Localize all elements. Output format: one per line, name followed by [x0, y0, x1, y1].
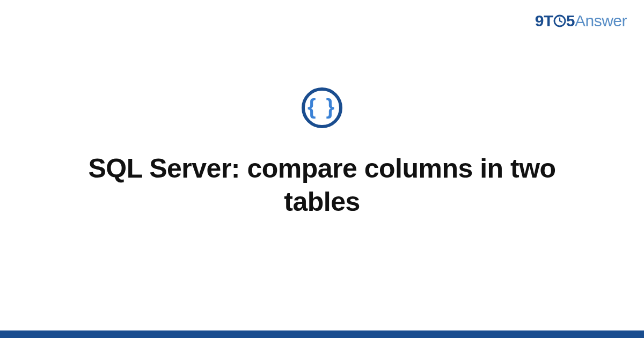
category-badge: { }: [302, 87, 342, 128]
footer-accent-bar: [0, 330, 644, 338]
content-area: { } SQL Server: compare columns in two t…: [0, 0, 644, 338]
question-title: SQL Server: compare columns in two table…: [54, 152, 590, 219]
code-braces-icon: { }: [308, 96, 336, 117]
